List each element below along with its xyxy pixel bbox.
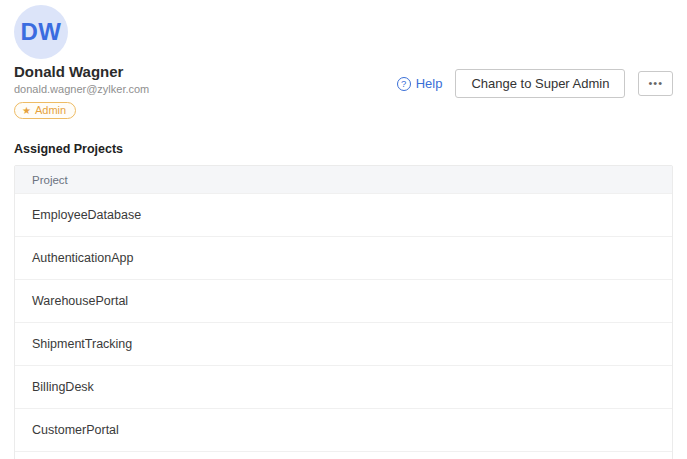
help-label: Help [416,76,443,91]
project-name: BillingDesk [32,380,655,394]
more-options-button[interactable]: ••• [638,71,673,97]
project-column-header: Project [15,166,672,193]
profile-header: Donald Wagner donald.wagner@zylker.com ★… [14,63,673,119]
table-row[interactable]: WarehousePortal [15,279,672,322]
assigned-projects-title: Assigned Projects [14,142,673,156]
project-table-body: EmployeeDatabaseAuthenticationAppWarehou… [15,193,672,459]
help-link[interactable]: ? Help [397,76,443,91]
profile-info: Donald Wagner donald.wagner@zylker.com ★… [14,63,149,119]
project-name: WarehousePortal [32,294,655,308]
project-name: AuthenticationApp [32,251,655,265]
user-name: Donald Wagner [14,63,149,80]
table-row[interactable]: ShipmentTracking [15,322,672,365]
project-name: EmployeeDatabase [32,208,655,222]
table-row[interactable]: AuthenticationApp [15,236,672,279]
admin-role-badge: ★ Admin [14,102,76,119]
avatar: DW [14,5,68,59]
table-row[interactable]: ShareDeliveryStatus [15,451,672,459]
header-actions: ? Help Change to Super Admin ••• [397,69,673,98]
help-question-icon: ? [397,77,411,91]
user-detail-page: DW Donald Wagner donald.wagner@zylker.co… [0,5,687,459]
ellipsis-icon: ••• [648,77,663,89]
role-badge-label: Admin [35,104,66,116]
project-name: CustomerPortal [32,423,655,437]
star-icon: ★ [22,105,31,116]
assigned-projects-table: Project EmployeeDatabaseAuthenticationAp… [14,165,673,459]
avatar-initials: DW [21,18,62,46]
project-name: ShipmentTracking [32,337,655,351]
table-row[interactable]: CustomerPortal [15,408,672,451]
user-email: donald.wagner@zylker.com [14,83,149,95]
table-row[interactable]: EmployeeDatabase [15,193,672,236]
table-row[interactable]: BillingDesk [15,365,672,408]
change-to-super-admin-button[interactable]: Change to Super Admin [455,69,625,98]
